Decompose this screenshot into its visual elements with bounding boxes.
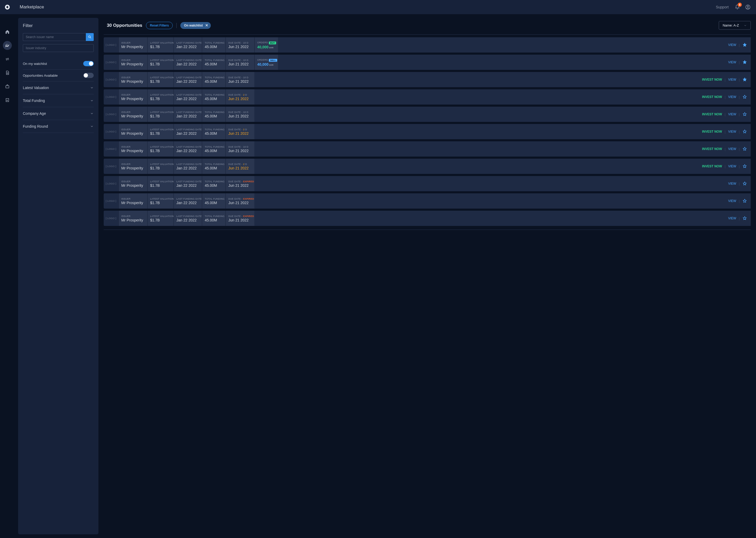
support-link[interactable]: Support bbox=[716, 5, 729, 9]
search-issuer-input[interactable] bbox=[23, 33, 86, 41]
left-nav-rail bbox=[0, 14, 15, 538]
star-icon[interactable] bbox=[742, 77, 747, 82]
cell-total-funding: TOTAL FUNDING 45.00M bbox=[202, 107, 225, 122]
star-icon[interactable] bbox=[742, 129, 747, 134]
cell-valuation: LATEST VALUATION $1.7B bbox=[147, 124, 173, 139]
nav-reports[interactable] bbox=[3, 96, 12, 105]
cell-due-date: DUE DATE - EXPIRED Jun 21 2022 bbox=[225, 193, 254, 209]
filter-chip-watchlist[interactable]: On watchlist ✕ bbox=[180, 22, 211, 29]
cell-valuation: LATEST VALUATION $1.7B bbox=[147, 193, 173, 209]
filter-accordion[interactable]: Total Funding bbox=[23, 94, 94, 107]
view-link[interactable]: VIEW bbox=[728, 112, 736, 116]
cell-issuer: ISSUER Mr Prosperity bbox=[118, 37, 147, 53]
order-tag: SELL bbox=[269, 59, 277, 62]
cell-total-funding: TOTAL FUNDING 45.00M bbox=[202, 176, 225, 191]
view-link[interactable]: VIEW bbox=[728, 164, 736, 168]
invest-link[interactable]: INVEST NOW bbox=[702, 112, 722, 116]
toggle-switch[interactable] bbox=[83, 73, 94, 78]
cell-valuation: LATEST VALUATION $1.7B bbox=[147, 55, 173, 70]
view-link[interactable]: VIEW bbox=[728, 130, 736, 134]
star-icon[interactable] bbox=[742, 216, 747, 221]
cell-total-funding: TOTAL FUNDING 45.00M bbox=[202, 141, 225, 157]
opportunity-row: [ LOGO ] ISSUER Mr Prosperity LATEST VAL… bbox=[104, 159, 751, 174]
filter-title: Filter bbox=[23, 23, 94, 28]
cell-due-date: DUE DATE - 10 D Jun 21 2022 bbox=[225, 72, 254, 87]
cell-last-funding-date: LAST FUNDING DATE Jan 22 2022 bbox=[173, 211, 202, 226]
nav-documents[interactable] bbox=[3, 68, 12, 77]
cell-last-funding-date: LAST FUNDING DATE Jan 22 2022 bbox=[173, 89, 202, 105]
profile-button[interactable] bbox=[745, 4, 751, 10]
star-icon[interactable] bbox=[742, 60, 747, 65]
row-actions: INVEST NOW| VIEW | bbox=[701, 107, 751, 122]
invest-link[interactable]: INVEST NOW bbox=[702, 78, 722, 81]
view-link[interactable]: VIEW bbox=[728, 182, 736, 186]
industry-input[interactable] bbox=[23, 44, 94, 52]
view-link[interactable]: VIEW bbox=[728, 147, 736, 151]
sort-select[interactable]: Name: A-Z bbox=[719, 21, 751, 30]
cell-total-funding: TOTAL FUNDING 45.00M bbox=[202, 159, 225, 174]
nav-home[interactable] bbox=[3, 27, 12, 36]
toggle-label: On my watchlist bbox=[23, 62, 47, 66]
opportunity-row: [ LOGO ] ISSUER Mr Prosperity LATEST VAL… bbox=[104, 107, 751, 122]
cell-due-date: DUE DATE - 10 D Jun 21 2022 bbox=[225, 37, 254, 53]
view-link[interactable]: VIEW bbox=[728, 60, 736, 64]
invest-link[interactable]: INVEST NOW bbox=[702, 147, 722, 151]
cell-valuation: LATEST VALUATION $1.7B bbox=[147, 141, 173, 157]
filter-accordion[interactable]: Latest Valuation bbox=[23, 81, 94, 94]
invest-link[interactable]: INVEST NOW bbox=[702, 130, 722, 134]
topbar: Marketplace Support 8 bbox=[0, 0, 756, 14]
opportunity-row: [ LOGO ] ISSUER Mr Prosperity LATEST VAL… bbox=[104, 89, 751, 105]
view-link[interactable]: VIEW bbox=[728, 216, 736, 220]
toggle-switch[interactable] bbox=[83, 61, 94, 66]
row-actions: INVEST NOW| VIEW | bbox=[701, 124, 751, 139]
cell-last-funding-date: LAST FUNDING DATE Jan 22 2022 bbox=[173, 55, 202, 70]
invest-link[interactable]: INVEST NOW bbox=[702, 95, 722, 99]
row-actions: VIEW | bbox=[727, 193, 751, 209]
filter-accordion[interactable]: Company Age bbox=[23, 107, 94, 120]
star-icon[interactable] bbox=[742, 42, 747, 47]
cell-last-funding-date: LAST FUNDING DATE Jan 22 2022 bbox=[173, 176, 202, 191]
cell-issuer: ISSUER Mr Prosperity bbox=[118, 89, 147, 105]
cell-issuer: ISSUER Mr Prosperity bbox=[118, 176, 147, 191]
nav-marketplace[interactable] bbox=[3, 41, 12, 50]
cell-total-funding: TOTAL FUNDING 45.00M bbox=[202, 37, 225, 53]
star-icon[interactable] bbox=[742, 146, 747, 151]
opportunity-row: [ LOGO ] ISSUER Mr Prosperity LATEST VAL… bbox=[104, 72, 751, 87]
star-icon[interactable] bbox=[742, 112, 747, 117]
opportunity-list: 30 Opportunities Reset Filters On watchl… bbox=[104, 18, 751, 534]
search-button[interactable] bbox=[86, 33, 94, 41]
star-icon[interactable] bbox=[742, 198, 747, 203]
row-actions: INVEST NOW| VIEW | bbox=[701, 89, 751, 105]
issuer-logo: [ LOGO ] bbox=[104, 72, 118, 87]
filter-toggle-row: Opportunities Available bbox=[23, 70, 94, 81]
cell-issuer: ISSUER Mr Prosperity bbox=[118, 72, 147, 87]
invest-link[interactable]: INVEST NOW bbox=[702, 164, 722, 168]
view-link[interactable]: VIEW bbox=[728, 95, 736, 99]
view-link[interactable]: VIEW bbox=[728, 78, 736, 81]
star-icon[interactable] bbox=[742, 164, 747, 169]
chip-remove-icon[interactable]: ✕ bbox=[205, 24, 208, 27]
cell-total-funding: TOTAL FUNDING 45.00M bbox=[202, 124, 225, 139]
svg-point-1 bbox=[747, 6, 749, 7]
filter-accordion[interactable]: Funding Round bbox=[23, 120, 94, 133]
cell-due-date: DUE DATE - 2 D Jun 21 2022 bbox=[225, 159, 254, 174]
nav-portfolio[interactable] bbox=[3, 82, 12, 91]
cell-issuer: ISSUER Mr Prosperity bbox=[118, 55, 147, 70]
star-icon[interactable] bbox=[742, 181, 747, 186]
issuer-logo: [ LOGO ] bbox=[104, 211, 118, 226]
cell-valuation: LATEST VALUATION $1.7B bbox=[147, 211, 173, 226]
row-actions: VIEW | bbox=[727, 55, 751, 70]
nav-transfers[interactable] bbox=[3, 55, 12, 64]
order-tag: BUY bbox=[269, 41, 276, 44]
notifications-button[interactable]: 8 bbox=[734, 4, 740, 10]
reset-filters-button[interactable]: Reset Filters bbox=[146, 22, 173, 29]
cell-due-date: DUE DATE - 10 D Jun 21 2022 bbox=[225, 55, 254, 70]
issuer-logo: [ LOGO ] bbox=[104, 159, 118, 174]
row-actions: VIEW | bbox=[727, 37, 751, 53]
view-link[interactable]: VIEW bbox=[728, 43, 736, 47]
cell-orders: ORDERSBUY 40,000SHR bbox=[254, 37, 278, 53]
star-icon[interactable] bbox=[742, 94, 747, 99]
cell-valuation: LATEST VALUATION $1.7B bbox=[147, 37, 173, 53]
cell-due-date: DUE DATE - 2 D Jun 21 2022 bbox=[225, 89, 254, 105]
view-link[interactable]: VIEW bbox=[728, 199, 736, 203]
